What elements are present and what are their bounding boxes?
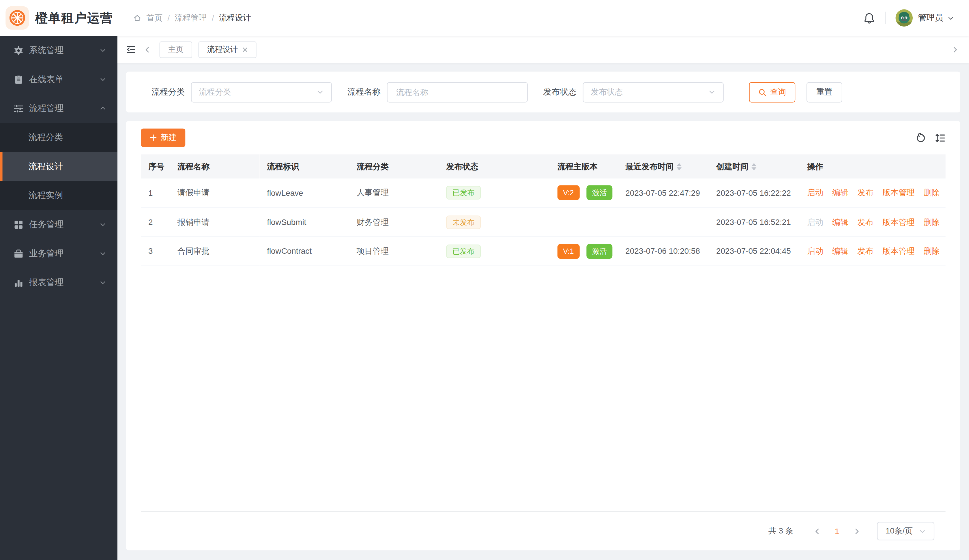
cell-publish-time xyxy=(618,208,709,237)
sidebar-item-label: 报表管理 xyxy=(29,277,64,288)
action-version-manage[interactable]: 版本管理 xyxy=(882,188,914,197)
cell-actions: 启动 编辑 发布 版本管理 删除 xyxy=(799,236,945,266)
topbar-right: 管理员 xyxy=(863,9,969,27)
col-latest-publish-time: 最近发布时间 xyxy=(618,154,709,178)
pagination-next-icon[interactable] xyxy=(847,527,867,535)
top-bar: 橙单租户运营 首页 / 流程管理 / 流程设计 xyxy=(0,0,969,36)
action-start[interactable]: 启动 xyxy=(807,188,823,197)
filter-bar: 流程分类 流程分类 流程名称 发布状态 xyxy=(126,71,960,112)
sidebar-item-online-forms[interactable]: 在线表单 xyxy=(0,65,117,94)
action-publish[interactable]: 发布 xyxy=(857,217,874,226)
tabs-scroll-right-icon[interactable] xyxy=(951,45,959,53)
status-badge-published: 已发布 xyxy=(446,244,481,258)
action-version-manage[interactable]: 版本管理 xyxy=(882,217,914,226)
cell-flow-key: flowSubmit xyxy=(260,208,349,237)
cell-flow-key: flowContract xyxy=(260,236,349,266)
action-delete[interactable]: 删除 xyxy=(924,217,940,226)
form-icon xyxy=(13,75,23,84)
user-avatar[interactable] xyxy=(895,9,912,27)
reset-button[interactable]: 重置 xyxy=(806,82,842,102)
pagination: 共 3 条 1 10条/页 xyxy=(126,512,960,550)
cell-publish-time: 2023-07-05 22:47:29 xyxy=(618,178,709,208)
col-publish-status: 发布状态 xyxy=(439,154,550,178)
tabs-scroll-left-icon[interactable] xyxy=(143,45,152,53)
sort-carets[interactable] xyxy=(677,163,682,170)
sidebar-fold-icon[interactable] xyxy=(126,45,136,54)
breadcrumb-home[interactable]: 首页 xyxy=(147,12,163,24)
action-edit[interactable]: 编辑 xyxy=(832,217,848,226)
chevron-down-icon[interactable] xyxy=(947,15,954,22)
chevron-down-icon xyxy=(919,528,926,535)
table-header-row: 序号 流程名称 流程标识 流程分类 发布状态 流程主版本 最近发布时间 xyxy=(141,154,945,178)
tab-label: 主页 xyxy=(168,44,184,55)
sidebar-item-flow-instance[interactable]: 流程实例 xyxy=(0,181,117,210)
table-row: 3 合同审批 flowContract 项目管理 已发布 V:1 激活 xyxy=(141,236,945,266)
publish-status-select[interactable]: 发布状态 xyxy=(583,82,724,102)
filter-label: 流程分类 xyxy=(152,86,185,98)
col-index: 序号 xyxy=(141,154,170,178)
col-flow-category: 流程分类 xyxy=(349,154,439,178)
notification-bell-icon[interactable] xyxy=(863,12,875,24)
tab-flow-design[interactable]: 流程设计 xyxy=(198,41,256,58)
flow-name-input[interactable] xyxy=(395,87,520,97)
pagination-page-1[interactable]: 1 xyxy=(827,527,847,536)
filter-label: 发布状态 xyxy=(543,86,576,98)
chevron-down-icon xyxy=(100,279,107,286)
search-icon xyxy=(758,88,766,96)
breadcrumb: 首页 / 流程管理 / 流程设计 xyxy=(133,12,251,24)
category-select[interactable]: 流程分类 xyxy=(191,82,332,102)
sidebar-item-label: 任务管理 xyxy=(29,219,64,230)
refresh-icon[interactable] xyxy=(916,132,926,143)
grid-icon xyxy=(13,219,23,229)
sliders-icon xyxy=(13,103,23,113)
action-publish[interactable]: 发布 xyxy=(857,188,874,197)
sidebar-item-flow-management[interactable]: 流程管理 xyxy=(0,94,117,123)
row-density-icon[interactable] xyxy=(935,132,945,143)
flow-table-card: 新建 xyxy=(126,121,960,550)
breadcrumb-flow-management[interactable]: 流程管理 xyxy=(175,12,206,24)
sidebar-item-flow-category[interactable]: 流程分类 xyxy=(0,123,117,152)
page-size-select[interactable]: 10条/页 xyxy=(877,522,934,540)
cell-create-time: 2023-07-05 16:22:22 xyxy=(709,178,799,208)
create-button[interactable]: 新建 xyxy=(141,128,185,147)
sidebar-item-business-management[interactable]: 业务管理 xyxy=(0,239,117,268)
cell-index: 2 xyxy=(141,208,170,237)
cell-flow-key: flowLeave xyxy=(260,178,349,208)
col-create-time: 创建时间 xyxy=(709,154,799,178)
user-name[interactable]: 管理员 xyxy=(918,12,943,24)
sidebar-item-report-management[interactable]: 报表管理 xyxy=(0,268,117,297)
table-toolbar: 新建 xyxy=(126,121,960,155)
main-area: 主页 流程设计 流程分类 xyxy=(117,36,969,560)
filter-label: 流程名称 xyxy=(348,86,381,98)
sidebar-item-system[interactable]: 系统管理 xyxy=(0,36,117,65)
action-start[interactable]: 启动 xyxy=(807,246,823,255)
action-version-manage[interactable]: 版本管理 xyxy=(882,246,914,255)
gear-icon xyxy=(13,45,23,55)
sidebar-item-label: 业务管理 xyxy=(29,248,64,259)
cell-actions: 启动 编辑 发布 版本管理 删除 xyxy=(799,208,945,237)
tab-close-icon[interactable] xyxy=(242,47,248,52)
tab-home[interactable]: 主页 xyxy=(160,41,193,58)
action-delete[interactable]: 删除 xyxy=(924,246,940,255)
table-tool-icons xyxy=(916,132,946,143)
active-badge: 激活 xyxy=(587,185,613,200)
pagination-total: 共 3 条 xyxy=(768,525,794,537)
topbar-divider xyxy=(885,12,885,24)
sort-carets[interactable] xyxy=(751,163,756,170)
filter-group-status: 发布状态 发布状态 xyxy=(543,82,723,102)
bar-chart-icon xyxy=(13,278,23,287)
sidebar-item-task-management[interactable]: 任务管理 xyxy=(0,210,117,239)
action-start-disabled: 启动 xyxy=(807,217,823,226)
plus-icon xyxy=(150,134,157,141)
query-button[interactable]: 查询 xyxy=(749,82,796,102)
orange-logo-icon xyxy=(5,6,29,30)
sidebar-item-flow-design[interactable]: 流程设计 xyxy=(0,152,117,181)
pagination-prev-icon[interactable] xyxy=(807,527,827,535)
flow-name-input-wrap xyxy=(387,82,528,102)
main-layout: 系统管理 在线表单 xyxy=(0,36,969,560)
action-delete[interactable]: 删除 xyxy=(924,188,940,197)
action-publish[interactable]: 发布 xyxy=(857,246,874,255)
action-edit[interactable]: 编辑 xyxy=(832,188,848,197)
sidebar-item-label: 在线表单 xyxy=(29,74,64,85)
action-edit[interactable]: 编辑 xyxy=(832,246,848,255)
